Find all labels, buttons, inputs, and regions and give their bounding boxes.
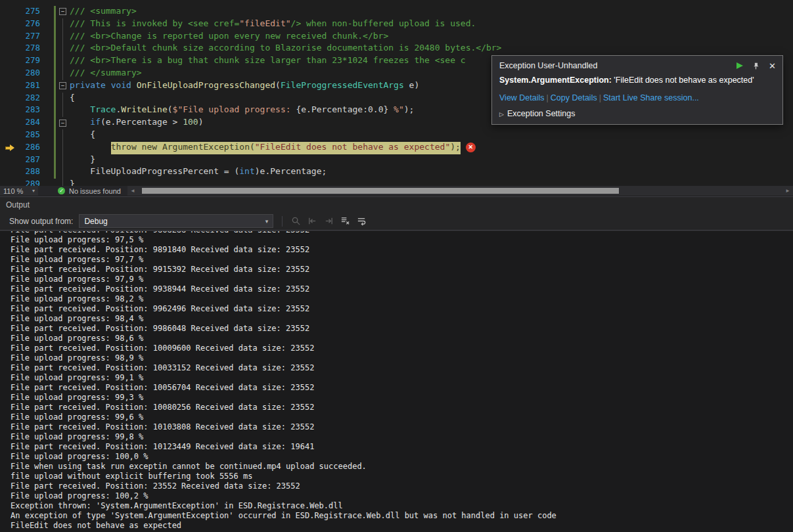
breakpoint-margin[interactable] [0,154,18,167]
word-wrap-icon[interactable] [354,215,369,228]
chevron-down-icon: ▾ [265,218,269,225]
breakpoint-margin[interactable] [0,142,18,154]
line-number: 288 [18,166,42,179]
line-number: 277 [18,31,42,43]
pin-icon[interactable] [752,62,760,70]
chevron-right-icon: ▷ [499,111,504,118]
breakpoint-margin[interactable] [0,18,18,31]
fold-guide [58,104,70,117]
breakpoint-margin[interactable] [0,129,18,142]
current-statement-highlight: throw new ArgumentException("FileEdit do… [111,142,461,154]
horizontal-scrollbar[interactable]: ◄ ► [127,186,793,196]
exception-settings-expander[interactable]: ▷Exception Settings [499,109,775,118]
clear-all-icon[interactable] [338,215,352,228]
code-text[interactable]: } [70,154,793,167]
output-panel: Output Show output from: Debug ▾ File pa… [0,196,793,532]
breakpoint-margin[interactable] [0,43,18,55]
line-number: 284 [18,117,42,129]
popup-links: View Details|Copy Details|Start Live Sha… [499,93,775,102]
exception-error-icon[interactable]: ✕ [466,143,476,152]
output-text[interactable]: File part received. Position: 9868288 Re… [0,231,793,532]
find-message-icon[interactable] [288,215,303,228]
popup-link[interactable]: Copy Details [551,93,597,102]
code-line[interactable]: 285 { [0,129,793,142]
fold-collapse-icon[interactable]: − [58,117,70,129]
change-tracking-margin [42,117,58,129]
code-line[interactable]: 277/// <br>Change is reported upon every… [0,31,793,43]
breakpoint-margin[interactable] [0,93,18,105]
line-number: 285 [18,129,42,142]
exception-popup-header: Exception User-Unhandled ✕ [492,56,782,74]
scrollbar-track[interactable] [138,186,782,196]
output-source-dropdown[interactable]: Debug ▾ [79,214,273,228]
line-number: 287 [18,154,42,167]
breakpoint-margin[interactable] [0,55,18,68]
change-tracking-margin [42,129,58,142]
previous-message-icon[interactable] [305,215,319,228]
code-line[interactable]: 287 } [0,154,793,167]
change-tracking-margin [42,55,58,68]
line-number: 283 [18,104,42,117]
breakpoint-margin[interactable] [0,104,18,117]
breakpoint-margin[interactable] [0,80,18,93]
code-line[interactable]: 288 FileUploadProgressPercent = (int)e.P… [0,166,793,179]
code-text[interactable]: /// <br>Default chunk size according to … [70,43,793,55]
breakpoint-margin[interactable] [0,31,18,43]
change-tracking-margin [42,43,58,55]
output-line: File part received. Position: 9915392 Re… [11,265,793,275]
output-line: File upload progress: 99,3 % [11,393,793,403]
breakpoint-margin[interactable] [0,117,18,129]
fold-guide [58,179,70,186]
fold-collapse-icon[interactable]: − [58,80,70,93]
scrollbar-thumb[interactable] [142,188,619,194]
code-line[interactable]: 286 throw new ArgumentException("FileEdi… [0,142,793,154]
fold-guide [58,55,70,68]
output-source-value: Debug [84,217,265,226]
code-line[interactable]: 278/// <br>Default chunk size according … [0,43,793,55]
change-tracking-margin [42,179,58,186]
output-line: File upload progress: 99,8 % [11,432,793,442]
code-text[interactable]: FileUploadProgressPercent = (int)e.Perce… [70,166,793,179]
output-line: File upload progress: 100,0 % [11,452,793,462]
document-health-indicator[interactable]: ✓ No issues found [38,187,127,195]
code-text[interactable]: /// <br>Change is reported upon every ne… [70,31,793,43]
chevron-down-icon: ▾ [32,188,35,194]
output-line: File upload progress: 97,5 % [11,235,793,245]
check-icon: ✓ [58,187,65,194]
change-tracking-margin [42,80,58,93]
exception-type: System.ArgumentException: [499,76,612,85]
line-number: 279 [18,55,42,68]
continue-icon[interactable] [736,62,743,69]
code-text[interactable]: { [70,129,793,142]
code-line[interactable]: 275−/// <summary> [0,6,793,18]
code-text[interactable]: throw new ArgumentException("FileEdit do… [70,142,793,154]
fold-collapse-icon[interactable]: − [58,6,70,18]
code-text[interactable]: /// This is invoked by <see cref="fileEd… [70,18,793,31]
breakpoint-margin[interactable] [0,6,18,18]
next-message-icon[interactable] [321,215,336,228]
close-icon[interactable]: ✕ [769,62,776,70]
breakpoint-margin[interactable] [0,166,18,179]
change-tracking-margin [42,93,58,105]
fold-guide [58,166,70,179]
zoom-control[interactable]: 110 % ▾ [0,186,38,196]
breakpoint-margin[interactable] [0,68,18,80]
code-text[interactable]: } [70,179,793,186]
output-line: File upload progress: 98,2 % [11,294,793,304]
output-line: File part received. Position: 9986048 Re… [11,324,793,334]
output-line: An exception of type 'System.ArgumentExc… [11,511,793,521]
code-editor[interactable]: 275−/// <summary>276/// This is invoked … [0,0,793,186]
output-line: File part received. Position: 10123449 R… [11,442,793,452]
popup-link[interactable]: View Details [499,93,545,102]
popup-link[interactable]: Start Live Share session... [603,93,699,102]
scroll-left-icon[interactable]: ◄ [127,188,138,194]
code-line[interactable]: 289} [0,179,793,186]
exception-popup-body: System.ArgumentException: 'FileEdit does… [492,74,782,124]
fold-guide [58,43,70,55]
code-text[interactable]: /// <summary> [70,6,793,18]
output-panel-title: Output [0,197,793,212]
breakpoint-margin[interactable] [0,179,18,186]
scroll-right-icon[interactable]: ► [782,188,793,194]
health-label: No issues found [69,187,121,195]
code-line[interactable]: 276/// This is invoked by <see cref="fil… [0,18,793,31]
